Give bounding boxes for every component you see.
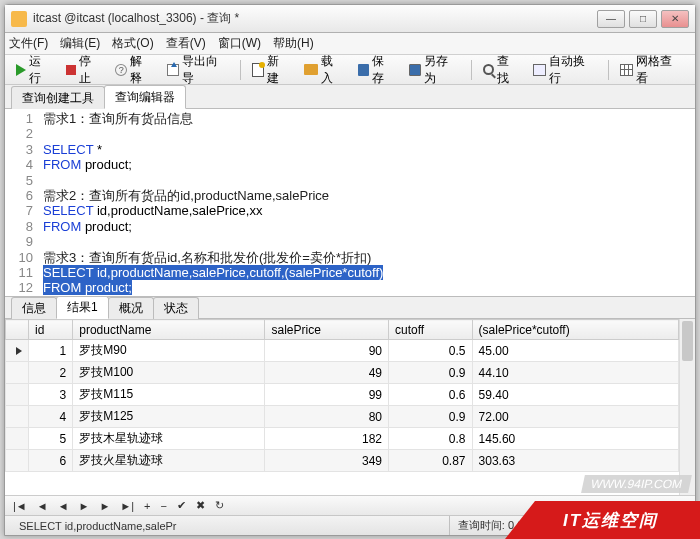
toolbar: 运行 停止 ?解释 导出向导 新建 载入 保存 另存为 查找 自动换行 网格查看 <box>5 55 695 85</box>
line-gutter: 123456789101112 <box>5 109 39 296</box>
table-row[interactable]: 4罗技M125800.972.00 <box>6 406 679 428</box>
col-cutoff[interactable]: cutoff <box>389 320 473 340</box>
menu-window[interactable]: 窗口(W) <box>218 35 261 52</box>
cell-productname[interactable]: 罗技M125 <box>73 406 265 428</box>
col-saleprice[interactable]: salePrice <box>265 320 389 340</box>
nav-prev-page[interactable]: ◄ <box>35 500 50 512</box>
load-icon <box>304 64 318 75</box>
data-table[interactable]: id productName salePrice cutoff (salePri… <box>5 319 679 472</box>
nav-last[interactable]: ►| <box>118 500 136 512</box>
nav-add[interactable]: + <box>142 500 152 512</box>
cell-saleprice[interactable]: 99 <box>265 384 389 406</box>
nav-first[interactable]: |◄ <box>11 500 29 512</box>
nav-delete[interactable]: − <box>159 500 169 512</box>
cell-id[interactable]: 5 <box>29 428 73 450</box>
cell-calc[interactable]: 59.40 <box>472 384 678 406</box>
result-tabs: 信息 结果1 概况 状态 <box>5 297 695 319</box>
explain-button[interactable]: ?解释 <box>110 51 159 89</box>
cell-saleprice[interactable]: 182 <box>265 428 389 450</box>
export-button[interactable]: 导出向导 <box>162 51 234 89</box>
stop-button[interactable]: 停止 <box>61 51 108 89</box>
tab-query-builder[interactable]: 查询创建工具 <box>11 86 105 109</box>
find-button[interactable]: 查找 <box>478 51 526 89</box>
cell-calc[interactable]: 303.63 <box>472 450 678 472</box>
cell-id[interactable]: 2 <box>29 362 73 384</box>
load-label: 载入 <box>321 53 345 87</box>
cell-productname[interactable]: 罗技木星轨迹球 <box>73 428 265 450</box>
cell-cutoff[interactable]: 0.6 <box>389 384 473 406</box>
cell-cutoff[interactable]: 0.9 <box>389 406 473 428</box>
cell-id[interactable]: 4 <box>29 406 73 428</box>
load-button[interactable]: 载入 <box>299 51 350 89</box>
status-query: SELECT id,productName,salePr <box>11 516 449 535</box>
cell-cutoff[interactable]: 0.87 <box>389 450 473 472</box>
nav-next[interactable]: ► <box>77 500 92 512</box>
cell-cutoff[interactable]: 0.9 <box>389 362 473 384</box>
saveas-button[interactable]: 另存为 <box>404 51 465 89</box>
cell-saleprice[interactable]: 90 <box>265 340 389 362</box>
cell-id[interactable]: 1 <box>29 340 73 362</box>
table-row[interactable]: 3罗技M115990.659.40 <box>6 384 679 406</box>
cell-saleprice[interactable]: 49 <box>265 362 389 384</box>
nav-ok[interactable]: ✔ <box>175 499 188 512</box>
cell-calc[interactable]: 44.10 <box>472 362 678 384</box>
vertical-scrollbar[interactable] <box>679 319 695 495</box>
cell-saleprice[interactable]: 349 <box>265 450 389 472</box>
row-indicator <box>6 450 29 472</box>
nav-cancel[interactable]: ✖ <box>194 499 207 512</box>
cell-cutoff[interactable]: 0.8 <box>389 428 473 450</box>
cell-productname[interactable]: 罗技火星轨迹球 <box>73 450 265 472</box>
minimize-button[interactable]: — <box>597 10 625 28</box>
tab-query-editor[interactable]: 查询编辑器 <box>104 85 186 109</box>
cell-id[interactable]: 3 <box>29 384 73 406</box>
window-title: itcast @itcast (localhost_3306) - 查询 * <box>33 10 597 27</box>
cell-saleprice[interactable]: 80 <box>265 406 389 428</box>
col-calc[interactable]: (salePrice*cutoff) <box>472 320 678 340</box>
tab-status[interactable]: 状态 <box>153 297 199 319</box>
menu-edit[interactable]: 编辑(E) <box>60 35 100 52</box>
code-editor[interactable]: 123456789101112 需求1：查询所有货品信息 SELECT *FRO… <box>5 109 695 297</box>
run-button[interactable]: 运行 <box>11 51 58 89</box>
row-indicator-header <box>6 320 29 340</box>
table-row[interactable]: 2罗技M100490.944.10 <box>6 362 679 384</box>
cell-productname[interactable]: 罗技M100 <box>73 362 265 384</box>
table-row[interactable]: 5罗技木星轨迹球1820.8145.60 <box>6 428 679 450</box>
menu-view[interactable]: 查看(V) <box>166 35 206 52</box>
nav-next-page[interactable]: ► <box>97 500 112 512</box>
cell-calc[interactable]: 72.00 <box>472 406 678 428</box>
cell-cutoff[interactable]: 0.5 <box>389 340 473 362</box>
tab-result1[interactable]: 结果1 <box>56 296 109 319</box>
cell-calc[interactable]: 145.60 <box>472 428 678 450</box>
scrollbar-thumb[interactable] <box>682 321 693 361</box>
stop-icon <box>66 65 76 75</box>
menu-help[interactable]: 帮助(H) <box>273 35 314 52</box>
col-productname[interactable]: productName <box>73 320 265 340</box>
menu-file[interactable]: 文件(F) <box>9 35 48 52</box>
tab-info[interactable]: 信息 <box>11 297 57 319</box>
cell-productname[interactable]: 罗技M90 <box>73 340 265 362</box>
cell-productname[interactable]: 罗技M115 <box>73 384 265 406</box>
title-bar: itcast @itcast (localhost_3306) - 查询 * —… <box>5 5 695 33</box>
table-row[interactable]: 1罗技M90900.545.00 <box>6 340 679 362</box>
cell-calc[interactable]: 45.00 <box>472 340 678 362</box>
app-window: itcast @itcast (localhost_3306) - 查询 * —… <box>4 4 696 536</box>
gridview-button[interactable]: 网格查看 <box>615 51 689 89</box>
new-button[interactable]: 新建 <box>247 51 296 89</box>
tab-overview[interactable]: 概况 <box>108 297 154 319</box>
code-content[interactable]: 需求1：查询所有货品信息 SELECT *FROM product; 需求2：查… <box>39 109 695 296</box>
wrap-button[interactable]: 自动换行 <box>528 51 601 89</box>
nav-prev[interactable]: ◄ <box>56 500 71 512</box>
saveas-icon <box>409 64 421 76</box>
cell-id[interactable]: 6 <box>29 450 73 472</box>
search-icon <box>483 64 494 75</box>
save-button[interactable]: 保存 <box>353 51 402 89</box>
nav-refresh[interactable]: ↻ <box>213 499 226 512</box>
watermark-brand: IT运维空间 <box>505 501 700 539</box>
maximize-button[interactable]: □ <box>629 10 657 28</box>
menu-format[interactable]: 格式(O) <box>112 35 153 52</box>
col-id[interactable]: id <box>29 320 73 340</box>
export-icon <box>167 64 179 76</box>
close-button[interactable]: ✕ <box>661 10 689 28</box>
separator <box>608 60 609 80</box>
table-row[interactable]: 6罗技火星轨迹球3490.87303.63 <box>6 450 679 472</box>
